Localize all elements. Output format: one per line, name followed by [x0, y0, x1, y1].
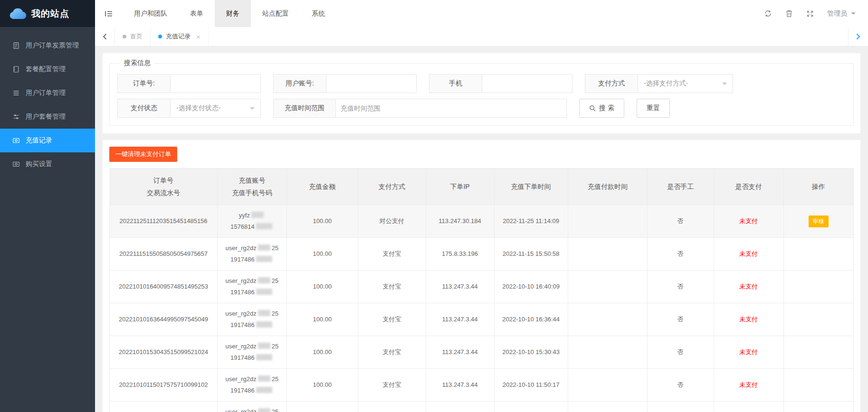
cell-is-manual: 否 [648, 402, 714, 412]
sidebar-item-label: 用户订单发票管理 [26, 41, 79, 50]
audit-button[interactable]: 审核 [809, 215, 829, 227]
sidebar-item-user-orders[interactable]: 用户订单管理 [0, 81, 95, 105]
tab-recharge-records[interactable]: 充值记录 × [151, 27, 209, 46]
pay-status-select[interactable]: -选择支付状态- [171, 99, 261, 118]
cell-is-manual: 否 [648, 205, 714, 238]
cell-pay-time [568, 205, 648, 238]
col-is-manual: 是否手工 [648, 169, 714, 205]
cell-order-ip: 113.247.3.44 [426, 303, 494, 336]
cell-pay-method: 支付宝 [358, 369, 426, 402]
col-pay-method: 支付方式 [358, 169, 426, 205]
tab-dot [123, 35, 126, 38]
sidebar-item-user-packages[interactable]: 用户套餐管理 [0, 105, 95, 129]
cell-order-no: 20221125111203515451485156 [110, 205, 218, 238]
redaction-blur [258, 277, 270, 283]
site-title: 我的站点 [31, 8, 69, 20]
top-bar: 我的站点 用户和团队 表单 财务 站点配置 系统 [0, 0, 868, 27]
sidebar-item-user-order-invoice[interactable]: 用户订单发票管理 [0, 34, 95, 57]
cell-order-time: 2022-10-10 16:36:44 [494, 303, 568, 336]
cell-order-time: 2022-10-10 16:40:09 [494, 271, 568, 303]
search-button[interactable]: 搜 索 [579, 99, 624, 118]
time-range-input[interactable] [336, 99, 567, 118]
cell-is-manual: 否 [648, 303, 714, 336]
records-panel: 一键清理未支付订单 订单号交易流水号 充值账号充值手机号码 充值金额 支付方式 … [103, 140, 860, 412]
cell-order-no: 20221010115017575710099102 [110, 369, 218, 402]
redaction-blur [258, 375, 270, 382]
table-row: 20221010153043515099521024 user_rg2dz25 … [110, 336, 854, 369]
cell-actions [783, 369, 853, 402]
search-button-label: 搜 索 [599, 104, 614, 112]
table-row: 20221010164009574851495253 user_rg2dz25 … [110, 271, 854, 303]
cell-actions: 审核 [783, 205, 853, 238]
cell-order-ip: 113.247.3.44 [426, 271, 494, 303]
phone-input[interactable] [482, 74, 572, 93]
search-legend: 搜索信息 [120, 59, 154, 67]
redaction-blur [256, 354, 272, 360]
cell-order-time: 2022-11-15 15:50:58 [494, 238, 568, 271]
cell-pay-method: 支付宝 [358, 402, 426, 412]
refresh-icon[interactable] [764, 9, 772, 18]
nav-item-system[interactable]: 系统 [300, 0, 336, 27]
close-icon[interactable]: × [196, 33, 200, 40]
cell-order-no: 20221010153043515099521024 [110, 336, 218, 369]
phone-label: 手机 [429, 74, 482, 93]
top-actions: 管理员 [764, 0, 868, 27]
redaction-blur [251, 212, 264, 218]
nav-item-site-config[interactable]: 站点配置 [251, 0, 300, 27]
brand-logo: 我的站点 [0, 0, 95, 27]
redaction-blur [256, 223, 272, 229]
redaction-blur [256, 321, 272, 328]
user-menu[interactable]: 管理员 [827, 9, 856, 18]
cell-account: yyfz 1576814 [218, 205, 287, 238]
nav-item-forms[interactable]: 表单 [179, 0, 215, 27]
chevron-down-icon [722, 83, 727, 87]
pay-method-label: 支付方式 [585, 74, 638, 93]
sidebar-item-recharge-records[interactable]: 充值记录 [0, 129, 95, 152]
sidebar-item-purchase-settings[interactable]: 购买设置 [0, 152, 95, 176]
tabs-scroll-right[interactable] [848, 27, 868, 46]
chevron-down-icon [250, 107, 255, 112]
tab-label: 首页 [130, 32, 143, 41]
cell-is-paid: 未支付 [714, 271, 783, 303]
cell-actions [783, 303, 853, 336]
sidebar-collapse-icon[interactable] [95, 0, 123, 27]
banknote-icon [12, 160, 20, 168]
cell-pay-time [568, 336, 648, 369]
sidebar-item-package-config[interactable]: 套餐配置管理 [0, 57, 95, 81]
trash-icon[interactable] [785, 9, 793, 18]
cell-actions [783, 336, 853, 369]
nav-item-users-teams[interactable]: 用户和团队 [123, 0, 179, 27]
cell-amount: 100.00 [286, 303, 358, 336]
pay-status-group: 支付状态 -选择支付状态- [117, 99, 261, 118]
tab-home[interactable]: 首页 [115, 27, 151, 46]
cell-order-time: 2022-11-25 11:14:09 [494, 205, 568, 238]
sidebar: 用户订单发票管理 套餐配置管理 用户订单管理 用户套餐管理 充值记录 购买设置 [0, 27, 95, 412]
cell-order-ip: 113.247.3.44 [426, 369, 494, 402]
reset-button[interactable]: 重置 [637, 99, 670, 118]
tabs-scroll-left[interactable] [95, 27, 115, 46]
cell-order-ip: 113.247.3.44 [426, 336, 494, 369]
user-label: 管理员 [827, 9, 847, 18]
table-row: 20221115155058505054975657 user_rg2dz25 … [110, 238, 854, 271]
user-account-input[interactable] [326, 74, 417, 93]
cell-is-paid: 未支付 [714, 238, 783, 271]
redaction-blur [256, 289, 272, 295]
fullscreen-icon[interactable] [806, 10, 814, 18]
col-order-ip: 下单IP [426, 169, 494, 205]
nav-item-finance[interactable]: 财务 [215, 0, 251, 27]
pay-method-value: -选择支付方式- [644, 79, 688, 88]
cell-order-ip: 113.247.3.44 [426, 402, 494, 412]
cell-pay-method: 对公支付 [358, 205, 426, 238]
cell-is-paid: 未支付 [714, 402, 783, 412]
redaction-blur [256, 256, 272, 262]
cell-pay-time [568, 303, 648, 336]
reset-button-label: 重置 [647, 104, 660, 112]
clear-unpaid-orders-button[interactable]: 一键清理未支付订单 [109, 147, 177, 162]
table-row: 20221010163644995097545049 user_rg2dz25 … [110, 303, 854, 336]
pay-method-select[interactable]: -选择支付方式- [638, 74, 733, 93]
order-no-input[interactable] [171, 74, 261, 93]
cell-order-no: 20221010114953495710251535 [110, 402, 218, 412]
col-pay-time: 充值付款时间 [568, 169, 648, 205]
sidebar-item-label: 购买设置 [26, 160, 52, 169]
sidebar-item-label: 用户订单管理 [26, 89, 66, 97]
